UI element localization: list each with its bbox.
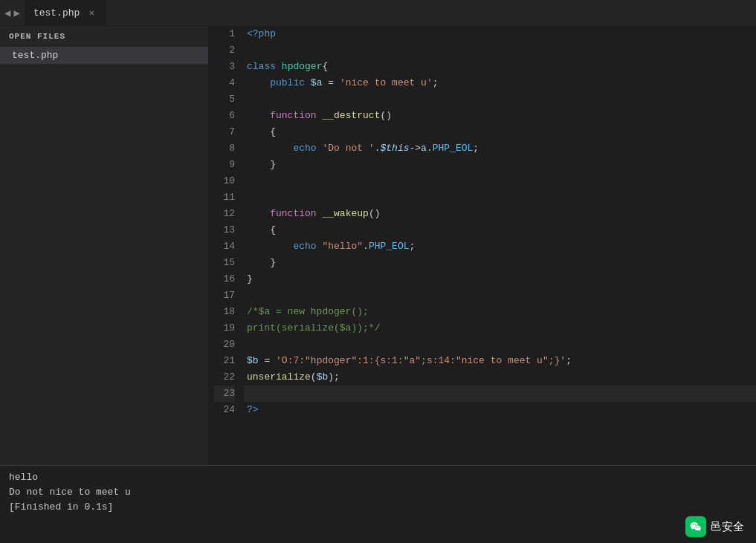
tab-close-button[interactable]: ✕ [85,7,97,19]
editor[interactable]: 1 2 3 4 5 6 7 8 9 10 11 12 13 14 15 16 1… [208,26,756,465]
line-num-18: 18 [214,304,235,320]
code-line-9: } [244,157,756,173]
line-num-23: 23 [214,386,235,402]
sidebar-header: OPEN FILES [0,26,208,47]
line-num-14: 14 [214,238,235,255]
line-num-2: 2 [214,42,235,59]
terminal-line-3: [Finished in 0.1s] [9,500,747,515]
code-line-10 [244,173,756,189]
code-line-20 [244,336,756,353]
sidebar: OPEN FILES test.php [0,26,208,465]
code-line-21: $b = 'O:7:"hpdoger":1:{s:1:"a";s:14:"nic… [244,353,756,369]
code-line-7: { [244,124,756,140]
code-line-2 [244,42,756,59]
code-line-5 [244,91,756,108]
code-line-17 [244,287,756,304]
code-line-3: class hpdoger{ [244,59,756,75]
top-bar: ◀ ▶ test.php ✕ [0,0,756,26]
line-num-20: 20 [214,336,235,353]
code-line-15: } [244,255,756,271]
line-num-10: 10 [214,173,235,189]
line-num-9: 9 [214,157,235,173]
line-num-7: 7 [214,124,235,140]
main-content: OPEN FILES test.php 1 2 3 4 5 6 7 8 9 10… [0,26,756,465]
code-line-14: echo "hello".PHP_EOL; [244,238,756,255]
code-area[interactable]: <?php class hpdoger{ public $a = 'nice t… [244,26,756,465]
line-num-16: 16 [214,271,235,287]
terminal-line-2: Do not nice to meet u [9,485,747,500]
line-num-21: 21 [214,353,235,369]
line-num-4: 4 [214,75,235,91]
line-num-3: 3 [214,59,235,75]
code-line-4: public $a = 'nice to meet u'; [244,75,756,91]
line-num-13: 13 [214,222,235,238]
terminal-output: hello Do not nice to meet u [Finished in… [0,466,756,543]
line-num-22: 22 [214,369,235,386]
code-line-16: } [244,271,756,287]
terminal: hello Do not nice to meet u [Finished in… [0,465,756,543]
code-line-24: ?> [244,402,756,418]
code-line-22: unserialize($b); [244,369,756,386]
code-line-12: function __wakeup() [244,206,756,222]
code-line-1: <?php [244,26,756,42]
line-num-5: 5 [214,91,235,108]
line-num-12: 12 [214,206,235,222]
code-line-6: function __destruct() [244,108,756,124]
line-num-8: 8 [214,140,235,157]
brand-name: 邑安全 [711,520,744,534]
nav-arrows: ◀ ▶ [0,7,25,19]
brand-area: 邑安全 [685,516,744,537]
line-numbers: 1 2 3 4 5 6 7 8 9 10 11 12 13 14 15 16 1… [208,26,244,465]
nav-back-icon[interactable]: ◀ [4,7,10,19]
code-line-18: /*$a = new hpdoger(); [244,304,756,320]
code-line-11 [244,189,756,206]
file-tab[interactable]: test.php ✕ [25,0,107,26]
terminal-line-1: hello [9,470,747,485]
line-num-17: 17 [214,287,235,304]
line-num-6: 6 [214,108,235,124]
code-line-23 [244,386,756,402]
code-line-13: { [244,222,756,238]
line-num-11: 11 [214,189,235,206]
tab-label: test.php [33,7,80,19]
nav-forward-icon[interactable]: ▶ [13,7,19,19]
code-line-19: print(serialize($a));*/ [244,320,756,336]
line-num-24: 24 [214,402,235,418]
line-num-15: 15 [214,255,235,271]
sidebar-file-item[interactable]: test.php [0,47,208,64]
code-line-8: echo 'Do not '.$this->a.PHP_EOL; [244,140,756,157]
line-num-19: 19 [214,320,235,336]
line-num-1: 1 [214,26,235,42]
wechat-icon [685,516,706,537]
